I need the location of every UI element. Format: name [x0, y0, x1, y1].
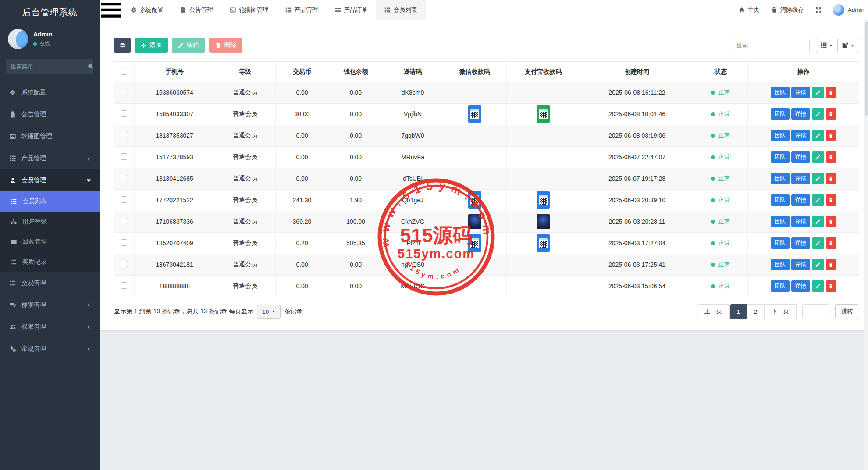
add-button[interactable]: 添加 — [135, 38, 168, 53]
sidebar-item-6[interactable]: 群聊管理 — [0, 294, 100, 316]
detail-button[interactable]: 详情 — [791, 173, 810, 184]
row-edit-button[interactable] — [812, 259, 824, 270]
detail-button[interactable]: 详情 — [791, 151, 810, 163]
row-edit-button[interactable] — [812, 216, 824, 227]
payment-image-thumbnail[interactable] — [537, 214, 550, 229]
sidebar-item-4[interactable]: 会员管理 — [0, 169, 100, 191]
fullscreen-button[interactable] — [815, 7, 822, 13]
wechat-qr-thumbnail[interactable] — [537, 234, 550, 252]
row-checkbox[interactable] — [121, 153, 127, 160]
row-delete-button[interactable] — [826, 216, 836, 227]
detail-button[interactable]: 详情 — [791, 194, 810, 206]
row-edit-button[interactable] — [812, 130, 824, 141]
wechat-qr-thumbnail[interactable] — [468, 191, 481, 209]
team-button[interactable]: 团队 — [771, 173, 790, 184]
row-delete-button[interactable] — [826, 151, 836, 163]
row-delete-button[interactable] — [826, 237, 836, 249]
row-edit-button[interactable] — [812, 237, 824, 249]
sidebar-subitem-0[interactable]: 会员列表 — [0, 191, 100, 212]
sidebar-item-2[interactable]: 轮播图管理 — [0, 126, 100, 147]
home-link[interactable]: 主页 — [739, 6, 760, 14]
hamburger-menu-icon[interactable] — [100, 0, 122, 20]
refresh-button[interactable] — [114, 38, 131, 53]
tab-4[interactable]: 产品订单 — [327, 0, 376, 20]
row-delete-button[interactable] — [826, 173, 836, 184]
detail-button[interactable]: 详情 — [791, 237, 810, 249]
sidebar-search-input[interactable] — [11, 63, 88, 70]
sidebar-subitem-2[interactable]: 回收管理 — [0, 232, 100, 252]
sidebar-item-3[interactable]: 产品管理 — [0, 147, 100, 169]
team-button[interactable]: 团队 — [771, 216, 790, 227]
edit-button[interactable]: 编辑 — [172, 38, 205, 53]
jump-button[interactable]: 跳转 — [835, 304, 859, 319]
row-delete-button[interactable] — [826, 130, 836, 141]
row-edit-button[interactable] — [812, 151, 824, 163]
sidebar-subitem-1[interactable]: 用户等级 — [0, 212, 100, 232]
wechat-qr-thumbnail[interactable] — [468, 105, 481, 123]
detail-button[interactable]: 详情 — [791, 87, 810, 98]
row-delete-button[interactable] — [826, 87, 836, 98]
sidebar-item-5[interactable]: 交易管理 — [0, 272, 100, 294]
row-checkbox[interactable] — [121, 282, 127, 289]
scrollbar-thumb[interactable] — [865, 22, 868, 116]
tab-5[interactable]: 会员列表 — [376, 0, 426, 20]
row-checkbox[interactable] — [121, 218, 127, 224]
detail-button[interactable]: 详情 — [791, 259, 810, 270]
row-edit-button[interactable] — [812, 173, 824, 184]
vertical-scrollbar[interactable] — [864, 20, 868, 470]
row-edit-button[interactable] — [812, 108, 824, 120]
team-button[interactable]: 团队 — [771, 151, 790, 163]
team-button[interactable]: 团队 — [771, 259, 790, 270]
tab-0[interactable]: 系统配置 — [122, 0, 172, 20]
detail-button[interactable]: 详情 — [791, 216, 810, 227]
tab-2[interactable]: 轮播图管理 — [221, 0, 277, 20]
prev-page-button[interactable]: 上一页 — [697, 304, 730, 319]
team-button[interactable]: 团队 — [771, 130, 790, 141]
alipay-qr-thumbnail[interactable] — [537, 105, 550, 123]
row-checkbox[interactable] — [121, 196, 127, 203]
team-button[interactable]: 团队 — [771, 87, 790, 98]
tab-3[interactable]: 产品管理 — [277, 0, 327, 20]
team-button[interactable]: 团队 — [771, 280, 790, 292]
detail-button[interactable]: 详情 — [791, 130, 810, 141]
sidebar-item-7[interactable]: 权限管理 — [0, 316, 100, 338]
row-checkbox[interactable] — [121, 175, 127, 181]
clear-cache-link[interactable]: 清除缓存 — [771, 6, 804, 14]
row-checkbox[interactable] — [121, 110, 127, 117]
sidebar-item-0[interactable]: 系统配置 — [0, 82, 100, 104]
page-size-dropdown[interactable]: 10 — [257, 305, 281, 319]
export-button[interactable] — [837, 39, 859, 52]
tab-1[interactable]: 公告管理 — [172, 0, 221, 20]
team-button[interactable]: 团队 — [771, 108, 790, 120]
row-checkbox[interactable] — [121, 89, 127, 95]
row-edit-button[interactable] — [812, 280, 824, 292]
row-checkbox[interactable] — [121, 261, 127, 267]
table-search-input[interactable] — [732, 39, 810, 52]
row-checkbox[interactable] — [121, 132, 127, 138]
sidebar-item-1[interactable]: 公告管理 — [0, 104, 100, 126]
columns-button[interactable] — [816, 39, 838, 52]
row-edit-button[interactable] — [812, 194, 824, 206]
wechat-qr-thumbnail[interactable] — [468, 234, 481, 252]
select-all-checkbox[interactable] — [121, 68, 127, 75]
sidebar-item-8[interactable]: 常规管理 — [0, 338, 100, 360]
team-button[interactable]: 团队 — [771, 194, 790, 206]
jump-page-input[interactable] — [802, 304, 829, 319]
payment-image-thumbnail[interactable] — [468, 214, 481, 229]
sidebar-subitem-3[interactable]: 奖励记录 — [0, 252, 100, 272]
team-button[interactable]: 团队 — [771, 237, 790, 249]
wechat-qr-thumbnail[interactable] — [537, 191, 550, 209]
search-icon[interactable] — [88, 63, 94, 69]
detail-button[interactable]: 详情 — [791, 280, 810, 292]
detail-button[interactable]: 详情 — [791, 108, 810, 120]
row-edit-button[interactable] — [812, 87, 824, 98]
page-button-1[interactable]: 1 — [730, 304, 747, 319]
page-button-2[interactable]: 2 — [747, 304, 765, 319]
row-delete-button[interactable] — [826, 108, 836, 120]
row-delete-button[interactable] — [826, 194, 836, 206]
row-delete-button[interactable] — [826, 259, 836, 270]
delete-button[interactable]: 删除 — [209, 38, 242, 53]
row-checkbox[interactable] — [121, 239, 127, 246]
next-page-button[interactable]: 下一页 — [764, 304, 797, 319]
row-delete-button[interactable] — [826, 280, 836, 292]
